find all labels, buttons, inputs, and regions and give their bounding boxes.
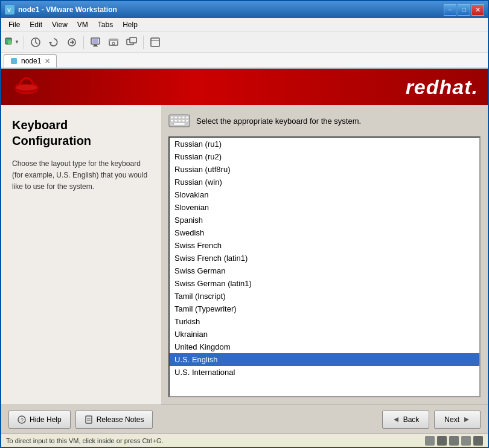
svg-rect-34 bbox=[174, 123, 185, 126]
hide-help-button[interactable]: ? Hide Help bbox=[8, 411, 71, 429]
toolbar-fullscreen-button[interactable] bbox=[147, 34, 164, 51]
window-title: node1 - VMware Workstation bbox=[18, 5, 117, 14]
back-label: Back bbox=[403, 415, 420, 424]
toolbar-suspend-button[interactable] bbox=[27, 34, 44, 51]
tab-close-button[interactable]: ✕ bbox=[45, 57, 50, 65]
toolbar-refresh-button[interactable] bbox=[63, 34, 80, 51]
svg-rect-9 bbox=[94, 45, 97, 46]
status-icon-5 bbox=[473, 436, 483, 446]
svg-rect-29 bbox=[171, 120, 174, 122]
menu-view[interactable]: View bbox=[47, 19, 72, 30]
svg-marker-40 bbox=[394, 417, 398, 422]
toolbar-restart-button[interactable] bbox=[45, 34, 62, 51]
back-arrow-icon bbox=[392, 416, 400, 423]
svg-rect-32 bbox=[182, 120, 185, 122]
help-icon: ? bbox=[18, 415, 26, 424]
list-item[interactable]: Swiss French (latin1) bbox=[170, 252, 479, 264]
svg-rect-8 bbox=[92, 39, 98, 43]
bottom-left-buttons: ? Hide Help Release Notes bbox=[8, 411, 153, 429]
svg-rect-17 bbox=[11, 58, 17, 64]
menu-bar: File Edit View VM Tabs Help bbox=[1, 18, 488, 31]
section-description: Choose the layout type for the keyboard … bbox=[12, 158, 150, 193]
svg-rect-28 bbox=[186, 117, 189, 119]
list-item[interactable]: Swiss German bbox=[170, 264, 479, 277]
list-item[interactable]: Swedish bbox=[170, 226, 479, 239]
toolbar-power-button[interactable]: ▼ bbox=[4, 34, 21, 51]
redhat-hat-icon bbox=[11, 71, 42, 103]
list-item[interactable]: U.S. International bbox=[170, 366, 479, 379]
svg-marker-5 bbox=[49, 42, 52, 44]
back-button[interactable]: Back bbox=[382, 411, 430, 429]
section-title: KeyboardConfiguration bbox=[12, 117, 150, 149]
list-item[interactable]: Slovenian bbox=[170, 201, 479, 214]
status-icons bbox=[425, 436, 483, 446]
status-icon-3 bbox=[449, 436, 459, 446]
keyboard-list[interactable]: Russian (ru1)Russian (ru2)Russian (utf8r… bbox=[168, 136, 481, 397]
svg-point-13 bbox=[112, 42, 115, 45]
title-bar-controls: − □ ✕ bbox=[444, 4, 484, 16]
list-item[interactable]: Tamil (Typewriter) bbox=[170, 302, 479, 315]
list-item[interactable]: Russian (win) bbox=[170, 176, 479, 188]
status-icon-4 bbox=[461, 436, 471, 446]
status-icon-2 bbox=[437, 436, 447, 446]
svg-rect-30 bbox=[174, 120, 177, 122]
svg-point-22 bbox=[16, 85, 37, 91]
svg-marker-41 bbox=[464, 417, 469, 422]
tab-node1[interactable]: node1 ✕ bbox=[4, 54, 57, 68]
bottom-right-buttons: Back Next bbox=[382, 411, 481, 429]
keyboard-icon bbox=[168, 112, 190, 129]
toolbar: ▼ bbox=[1, 31, 488, 53]
list-item[interactable]: U.S. English bbox=[170, 353, 479, 366]
svg-rect-26 bbox=[178, 117, 181, 119]
toolbar-clone-button[interactable] bbox=[123, 34, 140, 51]
menu-vm[interactable]: VM bbox=[72, 19, 93, 30]
instruction-row: Select the appropriate keyboard for the … bbox=[168, 112, 481, 129]
app-icon: V bbox=[5, 5, 14, 14]
list-item[interactable]: Slovakian bbox=[170, 188, 479, 201]
menu-help[interactable]: Help bbox=[118, 19, 142, 30]
redhat-logo bbox=[11, 71, 42, 103]
svg-rect-37 bbox=[86, 416, 92, 423]
svg-text:V: V bbox=[7, 7, 11, 13]
list-item[interactable]: Tamil (Inscript) bbox=[170, 290, 479, 302]
menu-file[interactable]: File bbox=[4, 19, 25, 30]
next-button[interactable]: Next bbox=[434, 411, 481, 429]
toolbar-snapshot-button[interactable] bbox=[105, 34, 122, 51]
svg-rect-16 bbox=[151, 38, 159, 46]
svg-rect-3 bbox=[8, 40, 11, 44]
toolbar-sep-2 bbox=[83, 36, 84, 49]
tab-bar: node1 ✕ bbox=[1, 53, 488, 69]
main-window: V node1 - VMware Workstation − □ ✕ File … bbox=[0, 0, 489, 448]
svg-rect-27 bbox=[182, 117, 185, 119]
list-item[interactable]: Spanish bbox=[170, 214, 479, 226]
list-item[interactable]: Ukrainian bbox=[170, 328, 479, 341]
status-bar: To direct input to this VM, click inside… bbox=[1, 434, 488, 447]
brand-text: redhat. bbox=[406, 75, 478, 99]
left-panel: KeyboardConfiguration Choose the layout … bbox=[1, 105, 161, 405]
toolbar-sep-1 bbox=[24, 36, 24, 49]
next-arrow-icon bbox=[463, 416, 470, 423]
maximize-button[interactable]: □ bbox=[458, 4, 470, 16]
minimize-button[interactable]: − bbox=[444, 4, 456, 16]
close-button[interactable]: ✕ bbox=[471, 4, 484, 16]
list-item[interactable]: United Kingdom bbox=[170, 341, 479, 353]
svg-rect-12 bbox=[109, 39, 118, 41]
menu-edit[interactable]: Edit bbox=[25, 19, 47, 30]
list-item[interactable]: Swiss German (latin1) bbox=[170, 277, 479, 290]
svg-rect-33 bbox=[186, 120, 189, 122]
list-item[interactable]: Swiss French bbox=[170, 239, 479, 252]
list-item[interactable]: Russian (ru2) bbox=[170, 150, 479, 163]
svg-rect-24 bbox=[171, 117, 174, 119]
status-icon-1 bbox=[425, 436, 435, 446]
redhat-banner: redhat. bbox=[1, 69, 488, 105]
instruction-text: Select the appropriate keyboard for the … bbox=[196, 117, 361, 126]
list-item[interactable]: Russian (utf8ru) bbox=[170, 163, 479, 176]
toolbar-vm-settings-button[interactable] bbox=[87, 34, 104, 51]
menu-tabs[interactable]: Tabs bbox=[93, 19, 118, 30]
notes-icon bbox=[85, 415, 93, 424]
release-notes-button[interactable]: Release Notes bbox=[75, 411, 153, 429]
list-item[interactable]: Russian (ru1) bbox=[170, 138, 479, 150]
list-item[interactable]: Turkish bbox=[170, 315, 479, 328]
toolbar-sep-3 bbox=[143, 36, 144, 49]
svg-rect-10 bbox=[93, 46, 98, 46]
